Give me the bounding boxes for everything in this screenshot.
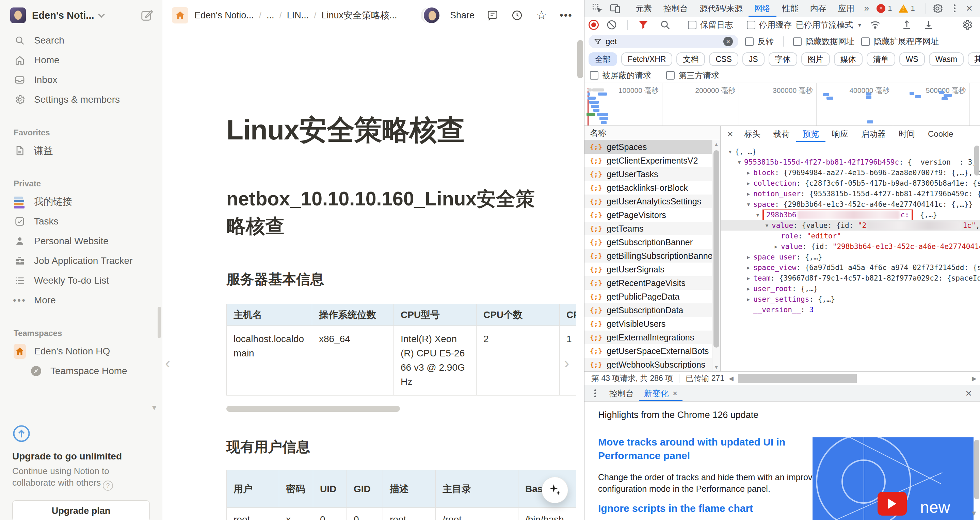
sidebar-item[interactable]: Search bbox=[0, 31, 162, 50]
request-row[interactable]: {;}getSubscriptionBanner bbox=[584, 235, 720, 249]
expand-arrow-icon[interactable]: ▼ bbox=[725, 149, 735, 154]
preview-tab[interactable]: 载荷 bbox=[767, 126, 796, 142]
section-heading-users[interactable]: 现有用户信息 bbox=[226, 438, 584, 457]
network-overview-timeline[interactable]: 100000 毫秒200000 毫秒300000 毫秒400000 毫秒5000… bbox=[584, 83, 980, 126]
request-row[interactable]: {;}getUserSpaceExternalBots bbox=[584, 344, 720, 358]
more-icon[interactable]: ••• bbox=[560, 9, 573, 22]
json-tree-row[interactable]: ▶user_settings: {,…} bbox=[721, 294, 980, 304]
import-har-icon[interactable] bbox=[901, 19, 913, 31]
table-cell[interactable]: localhost.localdomain bbox=[227, 326, 312, 396]
sidebar-item[interactable]: 谦益 bbox=[0, 141, 162, 160]
search-icon[interactable] bbox=[659, 19, 671, 31]
workspace-switcher[interactable]: Eden's Noti... bbox=[0, 0, 162, 31]
json-tree-row[interactable]: ▼value: {value: {id: "21c", bbox=[721, 220, 980, 231]
filter-chip[interactable]: 字体 bbox=[768, 52, 797, 66]
breadcrumb-item[interactable]: Eden's Notio... bbox=[194, 10, 254, 21]
filter-chip[interactable]: JS bbox=[742, 52, 765, 66]
drawer-kebab-icon[interactable] bbox=[590, 388, 600, 399]
filter-chip[interactable]: Fetch/XHR bbox=[621, 52, 672, 66]
request-row[interactable]: {;}getClientExperimentsV2 bbox=[584, 154, 720, 167]
expand-arrow-icon[interactable]: ▼ bbox=[753, 212, 762, 218]
sidebar-item[interactable]: Weekly To-do List bbox=[0, 271, 162, 290]
filter-chip[interactable]: 清单 bbox=[867, 52, 895, 66]
preview-tab[interactable]: 启动器 bbox=[855, 126, 892, 142]
preview-scrollbar-thumb[interactable] bbox=[974, 146, 979, 176]
users-info-table[interactable]: 用户密码UIDGID描述主目录Bashrootx00root/root/bin/… bbox=[226, 470, 584, 520]
table-cell[interactable]: 0 bbox=[347, 508, 383, 520]
sidebar-item[interactable]: Inbox bbox=[0, 70, 162, 90]
sidebar-scrollbar[interactable] bbox=[158, 307, 161, 338]
request-row[interactable]: {;}getExternalIntegrations bbox=[584, 331, 720, 344]
request-row[interactable]: {;}getPageVisitors bbox=[584, 208, 720, 222]
json-tree-row[interactable]: ▼9553815b-155d-4f27-bb81-42f1796b459c: {… bbox=[721, 157, 980, 167]
drawer-scroll-down-icon[interactable]: ▼ bbox=[970, 509, 977, 517]
share-button[interactable]: Share bbox=[450, 10, 474, 21]
kebab-menu-icon[interactable] bbox=[949, 3, 959, 14]
devtools-tab[interactable]: 内存 bbox=[804, 0, 832, 17]
json-tree-row[interactable]: ▼298b3b6c: {,…} bbox=[721, 209, 980, 220]
filter-chip[interactable]: 其他 bbox=[968, 52, 980, 66]
json-tree-row[interactable]: ▶block: {79694984-aa27-4e15-b696-2aa8e07… bbox=[721, 167, 980, 178]
record-icon[interactable] bbox=[589, 20, 599, 30]
presence-avatars[interactable]: Z bbox=[423, 6, 436, 24]
preview-tab[interactable]: Cookie bbox=[921, 126, 960, 142]
notion-ai-button[interactable] bbox=[542, 477, 568, 503]
clear-icon[interactable] bbox=[606, 19, 617, 31]
throttling-dropdown[interactable]: 已停用节流模式▼ bbox=[796, 19, 862, 30]
table-cell[interactable]: x86_64 bbox=[312, 326, 394, 396]
json-tree-row[interactable]: ▶user_root: {,…} bbox=[721, 283, 980, 294]
clear-filter-icon[interactable]: × bbox=[723, 37, 733, 46]
preview-tab[interactable]: 响应 bbox=[826, 126, 855, 142]
help-icon[interactable]: ? bbox=[103, 480, 113, 491]
table-cell[interactable]: 0 bbox=[313, 508, 347, 520]
preview-tab[interactable]: 标头 bbox=[738, 126, 767, 142]
settings-gear-icon[interactable] bbox=[932, 3, 943, 14]
sidebar-item[interactable]: Home bbox=[0, 50, 162, 70]
filter-chip[interactable]: 全部 bbox=[589, 52, 617, 66]
scrollbar-thumb[interactable] bbox=[226, 406, 400, 412]
hide-data-urls-checkbox[interactable]: 隐藏数据网址 bbox=[793, 36, 854, 47]
expand-arrow-icon[interactable]: ▶ bbox=[772, 244, 781, 249]
page-heading[interactable]: netbox_10.10.10.160_Linux安全策略核查 bbox=[226, 185, 546, 239]
compose-icon[interactable] bbox=[140, 9, 153, 22]
request-row[interactable]: {;}getBillingSubscriptionBanner... bbox=[584, 249, 720, 263]
breadcrumb-item[interactable]: ... bbox=[267, 10, 274, 21]
horizontal-scrollbar[interactable]: ◀ ▶ bbox=[725, 372, 980, 385]
sidebar-scroll-down-icon[interactable]: ▼ bbox=[150, 403, 158, 412]
filter-chip[interactable]: 图片 bbox=[801, 52, 830, 66]
warning-badge[interactable]: 1 bbox=[899, 4, 915, 13]
table-scroll-right-icon[interactable]: › bbox=[564, 354, 569, 372]
table-cell[interactable]: /bin/bash bbox=[519, 508, 584, 520]
disable-cache-checkbox[interactable]: 停用缓存 bbox=[747, 19, 792, 30]
page-scrollbar-thumb[interactable] bbox=[578, 40, 583, 78]
preview-tab[interactable]: 预览 bbox=[796, 126, 826, 142]
sidebar-item[interactable]: •••More bbox=[0, 290, 162, 310]
request-list-header[interactable]: 名称 bbox=[584, 126, 720, 140]
expand-arrow-icon[interactable]: ▶ bbox=[744, 286, 753, 292]
request-row[interactable]: {;}getSubscriptionData bbox=[584, 303, 720, 317]
table-header-cell[interactable]: CPU型号 bbox=[394, 304, 477, 326]
table-header-cell[interactable]: UID bbox=[313, 470, 347, 508]
request-list-scrollbar[interactable]: ▲ ▼ bbox=[712, 140, 720, 371]
filter-chip[interactable]: WS bbox=[899, 52, 925, 66]
table-horizontal-scrollbar[interactable] bbox=[226, 406, 577, 412]
server-info-table[interactable]: 主机名操作系统位数CPU型号CPU个数CPlocalhost.localdoma… bbox=[226, 304, 584, 396]
request-row[interactable]: {;}getVisibleUsers bbox=[584, 317, 720, 331]
json-tree-row[interactable]: ▶value: {id: "298b3b64-e1c3-452c-a46e-4e… bbox=[721, 241, 980, 252]
play-button-icon[interactable] bbox=[878, 492, 907, 515]
expand-arrow-icon[interactable]: ▶ bbox=[744, 191, 753, 197]
request-row[interactable]: {;}getTeams bbox=[584, 222, 720, 235]
table-header-cell[interactable]: 描述 bbox=[383, 470, 436, 508]
table-cell[interactable]: root bbox=[383, 508, 436, 520]
table-header-cell[interactable]: 主目录 bbox=[436, 470, 519, 508]
json-tree-row[interactable]: role: "editor" bbox=[721, 231, 980, 241]
third-party-checkbox[interactable]: 第三方请求 bbox=[666, 70, 719, 81]
request-row[interactable]: {;}getBacklinksForBlock bbox=[584, 181, 720, 195]
inspect-icon[interactable] bbox=[592, 3, 603, 14]
favorite-star-icon[interactable]: ☆ bbox=[535, 9, 548, 22]
export-har-icon[interactable] bbox=[923, 19, 934, 31]
expand-arrow-icon[interactable]: ▶ bbox=[744, 276, 753, 281]
request-row[interactable]: {;}getPublicPageData bbox=[584, 290, 720, 303]
close-tab-icon[interactable]: × bbox=[673, 389, 678, 398]
expand-arrow-icon[interactable]: ▶ bbox=[744, 265, 753, 270]
